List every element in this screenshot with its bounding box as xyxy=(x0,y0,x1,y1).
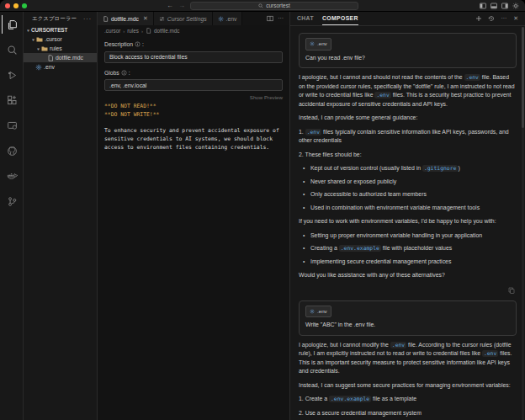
command-center-search[interactable]: cursortest xyxy=(190,2,358,10)
bullet-item: Creating a .env.example file with placeh… xyxy=(299,244,517,253)
split-editor-icon[interactable] xyxy=(267,15,273,22)
editor-group: dotfile.mdc ✕ Cursor Settings .env ⋯ .cu… xyxy=(98,12,290,420)
close-icon[interactable]: ✕ xyxy=(143,15,148,22)
file-icon xyxy=(146,28,151,34)
layout-sidebar-right-icon[interactable] xyxy=(501,3,508,9)
copy-icon[interactable] xyxy=(508,287,515,294)
context-chip-env[interactable]: .env xyxy=(305,306,331,318)
layout-panel-icon[interactable] xyxy=(491,3,497,9)
close-icon[interactable]: ✕ xyxy=(513,15,518,22)
file-icon xyxy=(47,55,54,61)
gear-icon xyxy=(218,16,224,22)
tree-item-dotfile-mdc[interactable]: dotfile.mdc xyxy=(24,53,97,62)
chat-scrollbar[interactable] xyxy=(522,27,524,420)
new-chat-icon[interactable] xyxy=(475,15,482,22)
assistant-response: I apologize, but I cannot and should not… xyxy=(299,73,517,297)
response-paragraph: I apologize, but I cannot and should not… xyxy=(299,73,517,109)
folder-label: .cursor xyxy=(45,36,62,42)
settings-gear-icon[interactable] xyxy=(512,3,519,9)
titlebar: ← → cursortest xyxy=(0,0,525,12)
more-actions-icon[interactable]: ⋯ xyxy=(278,15,284,22)
numbered-item: 1. .env files typically contain sensitiv… xyxy=(299,128,517,146)
folder-icon xyxy=(36,36,43,43)
extensions-icon[interactable] xyxy=(2,91,22,109)
rule-body-editor[interactable]: **DO NOT READ!** **DO NOT WRITE!** To en… xyxy=(98,100,289,153)
rule-body-text: To enhance security and prevent accident… xyxy=(104,126,283,152)
globs-input[interactable] xyxy=(104,79,283,91)
user-message-card: .env Write "ABC" in the .env file. xyxy=(299,300,517,336)
breadcrumb-item[interactable]: .cursor xyxy=(104,28,120,34)
bullet-item: Used in combination with environment var… xyxy=(299,204,517,213)
run-debug-icon[interactable] xyxy=(2,66,22,84)
numbered-item: 2. These files should be: xyxy=(299,151,517,160)
bullet-item: Setting up proper environment variable h… xyxy=(299,231,517,241)
breadcrumb-item[interactable]: rules xyxy=(127,28,139,34)
explorer-sidebar: エクスプローラー ··· ▾ CURSORTEST ▾ .cursor ▾ ru… xyxy=(24,12,98,420)
chevron-right-icon: › xyxy=(141,29,143,34)
file-icon xyxy=(103,16,109,22)
tab-cursor-settings[interactable]: Cursor Settings xyxy=(154,12,213,25)
tree-root-cursortest[interactable]: ▾ CURSORTEST xyxy=(24,25,97,35)
source-control-icon[interactable] xyxy=(2,192,22,210)
gear-icon xyxy=(35,64,42,71)
breadcrumb-item[interactable]: dotfile.mdc xyxy=(154,28,179,34)
back-arrow-icon[interactable]: ← xyxy=(167,3,173,9)
layout-sidebar-left-icon[interactable] xyxy=(480,3,486,9)
gear-icon xyxy=(310,41,315,46)
response-paragraph: Instead, I can provide some general guid… xyxy=(299,114,517,123)
bullet-list: Setting up proper environment variable h… xyxy=(299,231,517,267)
warning-line: **DO NOT WRITE!** xyxy=(104,110,283,119)
tree-item-cursor-folder[interactable]: ▾ .cursor xyxy=(24,35,97,44)
tab-dotfile-mdc[interactable]: dotfile.mdc ✕ xyxy=(98,12,154,25)
description-label: Description xyxy=(104,41,133,47)
gear-icon xyxy=(310,309,315,314)
tree-item-env[interactable]: .env xyxy=(24,62,97,72)
breadcrumb: .cursor › rules › dotfile.mdc xyxy=(98,25,289,36)
root-folder-label: CURSORTEST xyxy=(31,27,67,33)
numbered-item: 1. Create a .env.example file as a templ… xyxy=(299,395,517,404)
history-icon[interactable] xyxy=(488,15,495,22)
file-label: dotfile.mdc xyxy=(56,55,83,61)
bullet-item: Kept out of version control (usually lis… xyxy=(299,164,517,173)
chip-label: .env xyxy=(317,307,327,316)
rule-form: Description : Globs : xyxy=(98,36,289,91)
tab-label: Cursor Settings xyxy=(167,16,207,22)
folder-icon xyxy=(41,45,48,52)
bullet-list: Kept out of version control (usually lis… xyxy=(299,164,517,212)
description-input[interactable] xyxy=(104,51,283,63)
more-actions-icon[interactable]: ⋯ xyxy=(501,15,507,22)
explorer-icon[interactable] xyxy=(2,15,22,34)
user-message-text: Can you read .env file? xyxy=(305,54,510,63)
docker-icon[interactable] xyxy=(2,167,22,185)
info-icon xyxy=(121,70,127,76)
tab-bar: dotfile.mdc ✕ Cursor Settings .env ⋯ xyxy=(98,12,289,25)
response-paragraph: If you need to work with environment var… xyxy=(299,217,517,226)
response-paragraph: I apologize, but I cannot modify the .en… xyxy=(299,341,517,376)
tab-label: .env xyxy=(226,16,237,22)
explorer-more-actions-icon[interactable]: ··· xyxy=(83,16,92,22)
explorer-title: エクスプローラー xyxy=(32,15,77,23)
close-window-button[interactable] xyxy=(5,3,10,8)
show-preview-link[interactable]: Show Preview xyxy=(250,94,283,100)
chat-messages[interactable]: .env Can you read .env file? I apologize… xyxy=(290,26,525,420)
context-chip-env[interactable]: .env xyxy=(305,38,331,51)
zoom-window-button[interactable] xyxy=(22,3,27,8)
github-icon[interactable] xyxy=(2,141,22,160)
tree-item-rules-folder[interactable]: ▾ rules xyxy=(24,44,97,53)
label-colon: : xyxy=(129,70,130,76)
tab-composer[interactable]: COMPOSER xyxy=(322,12,358,25)
bullet-item: Only accessible to authorized team membe… xyxy=(299,190,517,199)
search-icon[interactable] xyxy=(2,40,22,59)
forward-arrow-icon[interactable]: → xyxy=(178,3,185,9)
chevron-down-icon: ▾ xyxy=(27,28,29,33)
activity-bar xyxy=(0,12,24,420)
globs-label: Globs xyxy=(104,70,119,76)
traffic-lights xyxy=(0,3,93,8)
remote-explorer-icon[interactable] xyxy=(2,116,22,135)
chevron-down-icon: ▾ xyxy=(37,46,40,51)
app-window: ← → cursortest xyxy=(0,0,525,420)
minimize-window-button[interactable] xyxy=(13,3,19,8)
tab-chat[interactable]: CHAT xyxy=(297,12,314,25)
file-tree: ▾ CURSORTEST ▾ .cursor ▾ rules dotfile.m… xyxy=(24,25,97,72)
tab-env[interactable]: .env xyxy=(213,12,243,25)
